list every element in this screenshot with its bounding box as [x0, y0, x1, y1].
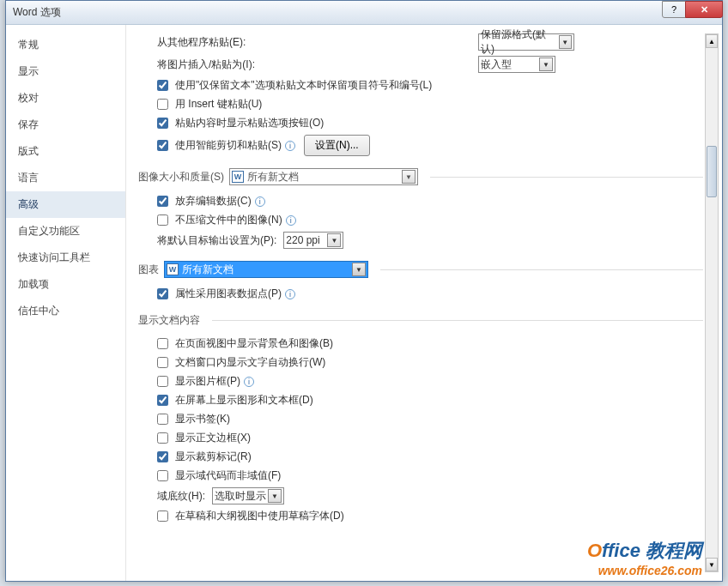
paste-options-checkbox-row: 粘贴内容时显示粘贴选项按钮(O) [157, 116, 703, 130]
default-target-label: 将默认目标输出设置为(P): [157, 233, 276, 248]
chart-target-value: 所有新文档 [182, 263, 234, 277]
discard-edit-checkbox[interactable] [157, 196, 168, 207]
default-target-value: 220 ppi [286, 234, 319, 246]
field-shading-row: 域底纹(H): 选取时显示 ▼ [157, 487, 703, 504]
show-text-bound-label: 显示正文边框(X) [175, 431, 251, 445]
no-compress-checkbox[interactable] [157, 214, 168, 226]
insert-pic-row: 将图片插入/粘贴为(I): 嵌入型 ▼ [138, 56, 703, 73]
no-compress-row: 不压缩文件中的图像(N) i [157, 213, 703, 227]
keep-bullets-checkbox[interactable] [157, 80, 168, 91]
info-icon: i [285, 289, 295, 299]
default-target-dropdown[interactable]: 220 ppi ▼ [283, 232, 343, 249]
show-crop-label: 显示裁剪标记(R) [175, 450, 252, 464]
settings-button[interactable]: 设置(N)... [304, 135, 370, 156]
field-shading-dropdown[interactable]: 选取时显示 ▼ [212, 487, 284, 504]
close-button[interactable]: ✕ [685, 1, 723, 18]
info-icon: i [255, 196, 265, 207]
show-bookmarks-row: 显示书签(K) [157, 412, 703, 426]
show-bookmarks-label: 显示书签(K) [175, 412, 230, 426]
insert-pic-dropdown[interactable]: 嵌入型 ▼ [478, 56, 555, 73]
dialog-content: 常规 显示 校对 保存 版式 语言 高级 自定义功能区 快速访问工具栏 加载项 … [6, 25, 722, 581]
sidebar-item-qat[interactable]: 快速访问工具栏 [6, 245, 125, 271]
show-drawings-row: 在屏幕上显示图形和文本框(D) [157, 393, 703, 408]
show-bg-label: 在页面视图中显示背景色和图像(B) [175, 336, 333, 351]
info-icon: i [286, 215, 296, 226]
paste-from-other-row: 从其他程序粘贴(E): 保留源格式(默认) ▼ [138, 33, 703, 51]
chart-header: 图表 W 所有新文档 ▼ [138, 261, 703, 278]
chevron-down-icon: ▼ [539, 57, 553, 71]
no-compress-label: 不压缩文件中的图像(N) [175, 213, 282, 227]
smart-cut-paste-row: 使用智能剪切和粘贴(S) i 设置(N)... [157, 135, 703, 156]
sidebar-item-display[interactable]: 显示 [6, 58, 125, 85]
word-doc-icon: W [167, 263, 179, 275]
divider [430, 177, 703, 178]
sidebar-item-proofing[interactable]: 校对 [6, 85, 125, 112]
show-bg-row: 在页面视图中显示背景色和图像(B) [157, 336, 703, 351]
sidebar-item-customize-ribbon[interactable]: 自定义功能区 [6, 218, 125, 245]
image-quality-header: 图像大小和质量(S) W 所有新文档 ▼ [138, 168, 703, 185]
image-quality-target-value: 所有新文档 [247, 170, 299, 184]
paste-from-other-dropdown[interactable]: 保留源格式(默认) ▼ [478, 33, 574, 51]
show-field-codes-label: 显示域代码而非域值(F) [175, 468, 281, 483]
options-dialog: Word 选项 ? ✕ 常规 显示 校对 保存 版式 语言 高级 自定义功能区 … [5, 0, 723, 582]
draft-font-checkbox[interactable] [157, 510, 168, 522]
scroll-up-icon[interactable]: ▲ [706, 34, 718, 48]
vertical-scrollbar[interactable]: ▲ ▼ [705, 33, 719, 572]
field-shading-label: 域底纹(H): [157, 489, 205, 504]
wrap-text-checkbox[interactable] [157, 357, 168, 368]
wrap-text-label: 文档窗口内显示文字自动换行(W) [175, 355, 325, 370]
show-bookmarks-checkbox[interactable] [157, 414, 168, 425]
chevron-down-icon: ▼ [402, 170, 416, 184]
default-target-row: 将默认目标输出设置为(P): 220 ppi ▼ [157, 232, 703, 249]
show-text-bound-checkbox[interactable] [157, 432, 168, 444]
sidebar-item-advanced[interactable]: 高级 [6, 191, 125, 218]
chevron-down-icon: ▼ [559, 35, 572, 49]
sidebar-item-trust-center[interactable]: 信任中心 [6, 298, 125, 324]
paste-from-other-label: 从其他程序粘贴(E): [138, 35, 267, 50]
chart-target-dropdown[interactable]: W 所有新文档 ▼ [164, 261, 368, 278]
sidebar-item-general[interactable]: 常规 [6, 32, 125, 58]
sidebar-item-language[interactable]: 语言 [6, 165, 125, 191]
keep-bullets-label: 使用"仅保留文本"选项粘贴文本时保留项目符号和编号(L) [175, 78, 432, 93]
titlebar: Word 选项 ? ✕ [6, 1, 722, 25]
show-field-codes-row: 显示域代码而非域值(F) [157, 468, 703, 483]
insert-pic-label: 将图片插入/粘贴为(I): [138, 57, 267, 72]
show-drawings-label: 在屏幕上显示图形和文本框(D) [175, 393, 313, 408]
show-crop-checkbox[interactable] [157, 451, 168, 462]
show-pic-frame-checkbox[interactable] [157, 376, 168, 387]
info-icon: i [285, 141, 295, 151]
chart-datapoints-row: 属性采用图表数据点(P) i [157, 287, 703, 301]
show-drawings-checkbox[interactable] [157, 395, 168, 406]
show-crop-row: 显示裁剪标记(R) [157, 450, 703, 464]
image-quality-target-dropdown[interactable]: W 所有新文档 ▼ [229, 168, 418, 185]
word-doc-icon: W [232, 171, 244, 183]
window-controls: ? ✕ [662, 1, 722, 18]
show-pic-frame-row: 显示图片框(P) i [157, 374, 703, 389]
paste-from-other-value: 保留源格式(默认) [481, 27, 557, 57]
paste-options-label: 粘贴内容时显示粘贴选项按钮(O) [175, 116, 324, 130]
chart-datapoints-checkbox[interactable] [157, 288, 168, 299]
display-content-title: 显示文档内容 [138, 313, 200, 328]
sidebar-item-save[interactable]: 保存 [6, 112, 125, 138]
smart-cut-paste-checkbox[interactable] [157, 140, 168, 151]
scroll-thumb[interactable] [707, 146, 717, 197]
info-icon: i [244, 377, 254, 387]
insert-key-checkbox[interactable] [157, 99, 168, 110]
help-button[interactable]: ? [662, 1, 686, 18]
show-bg-checkbox[interactable] [157, 338, 168, 349]
scroll-down-icon[interactable]: ▼ [706, 558, 718, 571]
image-quality-title: 图像大小和质量(S) [138, 170, 224, 184]
divider [212, 320, 703, 321]
sidebar-item-layout[interactable]: 版式 [6, 138, 125, 165]
insert-pic-value: 嵌入型 [481, 57, 512, 72]
sidebar-item-addins[interactable]: 加载项 [6, 271, 125, 298]
chevron-down-icon: ▼ [327, 233, 341, 247]
window-title: Word 选项 [13, 5, 61, 20]
display-content-header: 显示文档内容 [138, 313, 703, 328]
divider [380, 269, 703, 270]
paste-options-checkbox[interactable] [157, 118, 168, 129]
show-field-codes-checkbox[interactable] [157, 470, 168, 481]
options-panel: 从其他程序粘贴(E): 保留源格式(默认) ▼ 将图片插入/粘贴为(I): 嵌入… [126, 25, 722, 581]
chart-datapoints-label: 属性采用图表数据点(P) [175, 287, 282, 301]
draft-font-row: 在草稿和大纲视图中使用草稿字体(D) [157, 509, 703, 523]
